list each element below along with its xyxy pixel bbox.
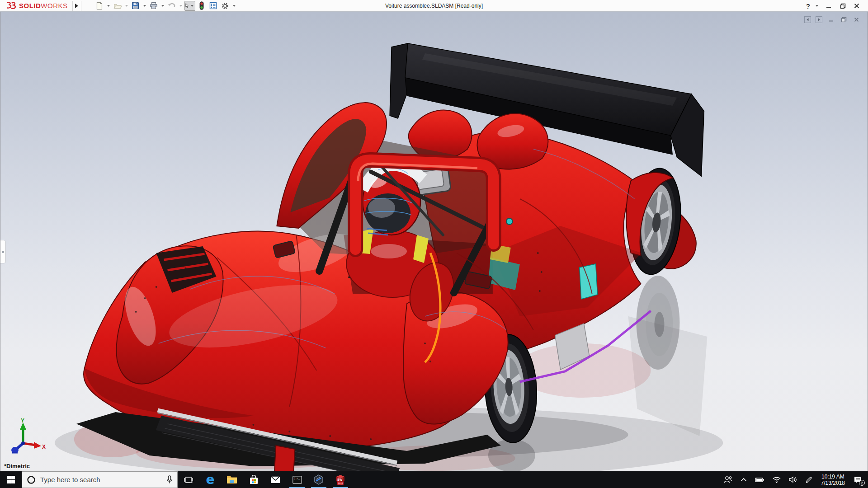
taskbar-search[interactable] (22, 471, 178, 488)
wifi-icon (773, 477, 781, 483)
minimize-button[interactable] (824, 1, 834, 10)
pen-icon (805, 476, 812, 483)
solidworks-logo-icon (5, 1, 17, 10)
mail-icon (270, 476, 280, 483)
windows-logo-icon (7, 476, 15, 483)
start-button[interactable] (0, 471, 22, 488)
select-button[interactable] (184, 1, 195, 11)
volume-button[interactable] (786, 471, 800, 488)
battery-icon (755, 477, 764, 483)
taskbar-item-mail[interactable] (264, 471, 286, 488)
next-window-button[interactable] (816, 16, 822, 23)
restore-document-button[interactable] (840, 16, 848, 23)
open-folder-icon (113, 2, 122, 9)
network-button[interactable] (769, 471, 784, 488)
task-view-icon (184, 476, 193, 483)
print-button[interactable] (148, 1, 159, 11)
rebuild-button[interactable] (196, 1, 207, 11)
solidworks-app-icon: SW 2017 (335, 474, 346, 485)
people-icon (724, 476, 732, 483)
help-dropdown[interactable] (816, 5, 818, 7)
notification-badge: 2 (859, 480, 865, 486)
featuremanager-tab-dot-icon (2, 251, 4, 253)
close-icon (854, 3, 859, 9)
options-gear-icon (221, 2, 229, 10)
save-button[interactable] (130, 1, 141, 11)
options-dropdown[interactable] (233, 5, 236, 7)
document-window-controls (804, 16, 860, 23)
titlebar-controls: ? (806, 0, 862, 12)
restore-button[interactable] (838, 1, 848, 10)
chevron-up-icon (741, 478, 747, 482)
new-document-button[interactable] (94, 1, 105, 11)
options-button[interactable] (220, 1, 231, 11)
minimize-document-icon (829, 17, 834, 22)
search-input[interactable] (40, 476, 162, 483)
select-cursor-icon (185, 2, 189, 9)
clock-date: 7/13/2018 (821, 480, 845, 486)
traffic-light-icon (199, 1, 204, 10)
undo-icon (168, 2, 176, 9)
system-tray: 10:19 AM 7/13/2018 2 (721, 471, 868, 488)
battery-button[interactable] (752, 471, 768, 488)
desktop: SOLIDWORKS (0, 0, 868, 488)
restore-document-icon (841, 17, 847, 23)
file-explorer-icon (226, 475, 237, 484)
main-toolbar (94, 1, 237, 11)
save-dropdown[interactable] (143, 5, 146, 7)
clock-time: 10:19 AM (821, 474, 845, 480)
featuremanager-collapsed-tab[interactable] (0, 240, 6, 263)
minimize-document-button[interactable] (827, 16, 835, 23)
command-prompt-icon: C:\_ (292, 476, 302, 484)
cmd-glyph-text: C:\_ (294, 477, 300, 480)
print-icon (150, 2, 158, 9)
taskbar-item-file-explorer[interactable] (221, 471, 243, 488)
previous-window-button[interactable] (804, 16, 811, 23)
action-center-button[interactable]: 2 (850, 471, 865, 488)
close-button[interactable] (852, 1, 862, 10)
sw-letters: SW (337, 478, 343, 481)
print-dropdown[interactable] (161, 5, 164, 7)
store-icon (249, 475, 259, 485)
task-view-button[interactable] (178, 471, 199, 488)
hidden-icons-button[interactable] (737, 471, 750, 488)
display-pane-button[interactable] (208, 1, 219, 11)
arrow-right-icon (817, 18, 821, 22)
clock[interactable]: 10:19 AM 7/13/2018 (817, 474, 849, 486)
new-document-dropdown[interactable] (107, 5, 110, 7)
cortana-icon (27, 475, 36, 484)
microphone-icon[interactable] (166, 475, 173, 484)
logo-text-light: WORKS (41, 2, 67, 9)
open-button[interactable] (112, 1, 123, 11)
taskbar-item-store[interactable] (243, 471, 264, 488)
pen-button[interactable] (802, 471, 816, 488)
arrow-left-icon (806, 18, 810, 22)
restore-icon (840, 3, 846, 9)
edge-icon: e (206, 474, 215, 486)
triad-y-label: Y (21, 418, 24, 424)
taskbar-item-hexagon-app[interactable] (308, 471, 330, 488)
minimize-icon (826, 3, 831, 9)
model-viewport: Y X *Dimetric (0, 12, 868, 471)
triad-x-label: X (42, 444, 46, 450)
close-document-icon (854, 17, 859, 22)
save-floppy-icon (132, 2, 139, 9)
taskbar: e C:\_ (0, 471, 868, 488)
taskbar-item-edge[interactable]: e (199, 471, 221, 488)
display-pane-icon (209, 2, 217, 9)
toolbar-flyout-button[interactable] (72, 1, 81, 11)
sw-year: 2017 (338, 482, 343, 485)
volume-icon (789, 476, 797, 483)
solidworks-logo: SOLIDWORKS (0, 0, 71, 12)
open-dropdown[interactable] (125, 5, 128, 7)
undo-dropdown[interactable] (179, 5, 182, 7)
model-render[interactable] (0, 12, 868, 471)
people-button[interactable] (721, 471, 736, 488)
taskbar-item-command-prompt[interactable]: C:\_ (286, 471, 308, 488)
close-document-button[interactable] (852, 16, 860, 23)
logo-text-bold: SOLID (19, 2, 41, 9)
select-dropdown[interactable] (191, 5, 193, 7)
taskbar-item-solidworks[interactable]: SW 2017 (330, 471, 351, 488)
undo-button[interactable] (166, 1, 177, 11)
help-button[interactable]: ? (806, 2, 810, 10)
